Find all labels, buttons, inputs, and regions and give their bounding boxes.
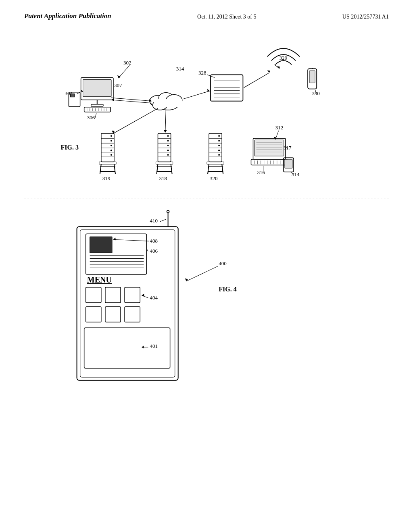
ref-328: 328: [198, 70, 206, 76]
svg-line-156: [186, 266, 218, 281]
ref-316: 316: [257, 169, 265, 175]
ref-302: 302: [123, 60, 131, 66]
ref-410: 410: [150, 218, 158, 224]
svg-line-155: [160, 219, 166, 222]
svg-marker-1: [117, 75, 121, 78]
ref-317: 317: [284, 145, 292, 151]
svg-point-38: [111, 145, 112, 146]
fig4-label: FIG. 4: [219, 286, 237, 293]
patent-page: Patent Application Publication Oct. 11, …: [0, 0, 413, 532]
svg-rect-6: [84, 107, 111, 112]
svg-point-55: [167, 135, 169, 137]
ref-320: 320: [210, 175, 218, 181]
svg-line-0: [119, 65, 129, 77]
svg-rect-41: [99, 162, 116, 164]
svg-marker-29: [111, 98, 114, 101]
diagram-content: 302 304: [0, 24, 413, 528]
svg-rect-18: [71, 94, 75, 97]
svg-point-39: [111, 150, 112, 151]
svg-rect-30: [101, 133, 114, 162]
fig3-label: FIG. 3: [60, 144, 79, 151]
ref-400: 400: [219, 260, 227, 266]
svg-rect-142: [86, 307, 101, 322]
svg-point-36: [111, 135, 112, 137]
svg-point-78: [218, 154, 220, 156]
ref-312: 312: [275, 125, 284, 131]
svg-marker-87: [207, 89, 210, 92]
svg-rect-49: [158, 133, 171, 162]
svg-rect-144: [125, 307, 140, 322]
ref-318: 318: [159, 175, 167, 181]
svg-rect-25: [154, 99, 182, 107]
svg-marker-96: [277, 66, 280, 69]
svg-rect-98: [309, 71, 315, 83]
patent-diagrams-svg: 302 304: [24, 32, 389, 518]
svg-rect-143: [105, 307, 121, 322]
svg-line-86: [183, 91, 210, 99]
ref-314-br: 314: [292, 171, 300, 177]
svg-rect-133: [90, 237, 112, 253]
svg-rect-141: [125, 287, 140, 303]
ref-329: 329: [280, 55, 288, 61]
publication-title: Patent Application Publication: [24, 12, 111, 20]
ref-408: 408: [150, 238, 158, 244]
svg-line-47: [113, 108, 158, 133]
server-rack-318: [156, 133, 173, 174]
ref-404: 404: [150, 295, 158, 301]
svg-point-40: [111, 154, 112, 156]
svg-point-56: [167, 140, 169, 141]
cloud-307: [150, 93, 182, 110]
svg-point-57: [167, 145, 169, 146]
svg-rect-126: [285, 159, 292, 168]
menu-label: MENU: [87, 275, 112, 284]
svg-point-75: [218, 140, 220, 141]
ref-314-top: 314: [176, 66, 184, 72]
ref-330: 330: [312, 90, 320, 96]
server-rack-319: [99, 133, 116, 174]
svg-rect-3: [83, 80, 111, 97]
svg-rect-60: [156, 162, 173, 164]
svg-line-101: [244, 73, 269, 87]
svg-line-19: [95, 113, 96, 118]
svg-rect-139: [86, 287, 101, 303]
svg-point-76: [218, 145, 220, 146]
svg-point-74: [218, 135, 220, 137]
svg-rect-5: [91, 104, 103, 106]
svg-rect-113: [251, 159, 287, 165]
ref-306: 306: [87, 114, 95, 121]
ref-401: 401: [150, 343, 158, 349]
ref-406: 406: [150, 248, 158, 254]
ref-319: 319: [102, 175, 111, 181]
svg-rect-140: [105, 287, 121, 303]
svg-marker-102: [267, 70, 270, 73]
svg-rect-68: [209, 133, 222, 162]
patent-number: US 2012/257731 A1: [342, 12, 389, 20]
server-rack-320: [207, 133, 224, 174]
svg-point-37: [111, 140, 112, 141]
svg-point-58: [167, 150, 169, 151]
svg-marker-67: [164, 130, 167, 133]
svg-point-59: [167, 154, 169, 156]
svg-point-77: [218, 150, 220, 151]
svg-rect-79: [207, 162, 224, 164]
page-header: Patent Application Publication Oct. 11, …: [0, 0, 413, 24]
svg-line-66: [165, 108, 166, 133]
ref-307: 307: [114, 82, 122, 88]
date-sheet: Oct. 11, 2012 Sheet 3 of 5: [197, 12, 256, 20]
